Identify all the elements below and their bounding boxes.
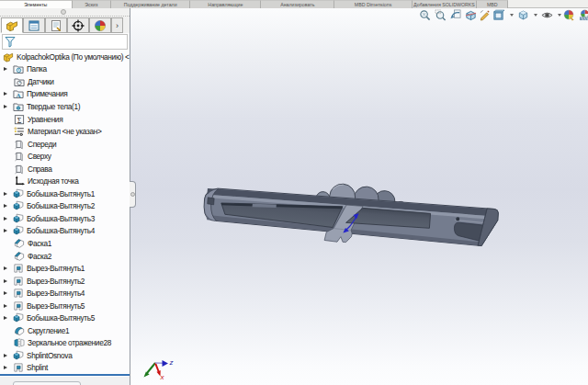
svg-text:x: x: [160, 373, 165, 381]
svg-text:z: z: [169, 358, 174, 367]
